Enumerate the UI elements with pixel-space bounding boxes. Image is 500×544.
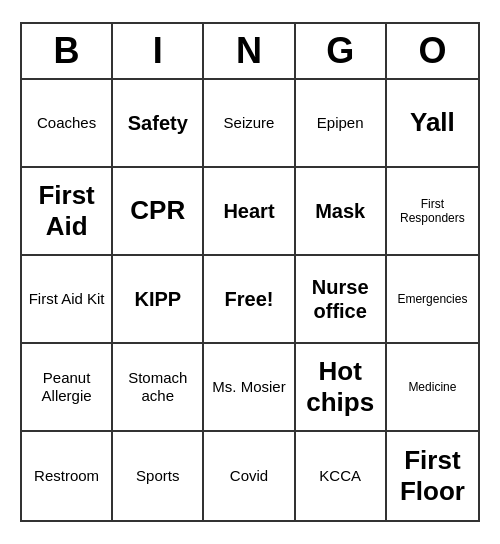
bingo-cell: Sports: [113, 432, 204, 520]
bingo-cell: KCCA: [296, 432, 387, 520]
bingo-cell: Epipen: [296, 80, 387, 168]
bingo-cell: KIPP: [113, 256, 204, 344]
bingo-cell: First Floor: [387, 432, 478, 520]
bingo-cell: Restroom: [22, 432, 113, 520]
header-letter: I: [113, 24, 204, 78]
bingo-cell: Nurse office: [296, 256, 387, 344]
bingo-cell: Seizure: [204, 80, 295, 168]
bingo-cell: Peanut Allergie: [22, 344, 113, 432]
bingo-card: BINGO CoachesSafetySeizureEpipenYallFirs…: [20, 22, 480, 522]
bingo-cell: Mask: [296, 168, 387, 256]
header-letter: O: [387, 24, 478, 78]
bingo-cell: Medicine: [387, 344, 478, 432]
bingo-cell: Coaches: [22, 80, 113, 168]
bingo-cell: Emergencies: [387, 256, 478, 344]
bingo-cell: First Aid Kit: [22, 256, 113, 344]
header-letter: B: [22, 24, 113, 78]
bingo-grid: CoachesSafetySeizureEpipenYallFirst AidC…: [22, 80, 478, 520]
bingo-header: BINGO: [22, 24, 478, 80]
bingo-cell: Free!: [204, 256, 295, 344]
bingo-cell: Stomach ache: [113, 344, 204, 432]
bingo-cell: First Aid: [22, 168, 113, 256]
bingo-cell: Covid: [204, 432, 295, 520]
bingo-cell: Yall: [387, 80, 478, 168]
header-letter: G: [296, 24, 387, 78]
bingo-cell: Safety: [113, 80, 204, 168]
bingo-cell: CPR: [113, 168, 204, 256]
bingo-cell: First Responders: [387, 168, 478, 256]
bingo-cell: Ms. Mosier: [204, 344, 295, 432]
bingo-cell: Hot chips: [296, 344, 387, 432]
header-letter: N: [204, 24, 295, 78]
bingo-cell: Heart: [204, 168, 295, 256]
